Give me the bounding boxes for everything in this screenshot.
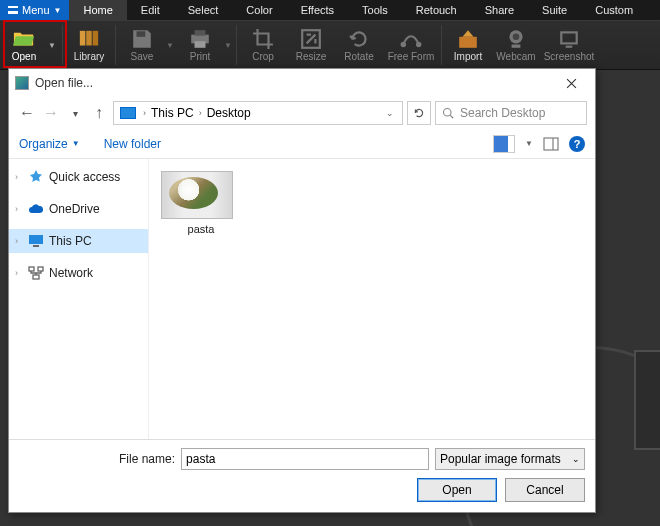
breadcrumb-dropdown-icon[interactable]: ⌄ [380,108,400,118]
print-dropdown-icon[interactable]: ▼ [224,41,234,50]
freeform-icon [400,29,422,49]
sidebar-item-network[interactable]: › Network [9,261,148,285]
view-mode-button[interactable] [493,135,515,153]
ribbon-import-label: Import [454,51,482,62]
folder-open-icon [13,29,35,49]
chevron-down-icon: ▼ [54,6,62,15]
sidebar-item-label: This PC [49,234,92,248]
search-icon [442,107,454,119]
tab-suite[interactable]: Suite [528,0,581,20]
forward-button[interactable]: → [41,103,61,123]
svg-rect-16 [544,138,558,150]
tab-home[interactable]: Home [69,0,126,20]
refresh-button[interactable] [407,101,431,125]
ribbon-freeform[interactable]: Free Form [383,21,439,69]
ribbon-freeform-label: Free Form [388,51,435,62]
breadcrumb[interactable]: › This PC › Desktop ⌄ [113,101,403,125]
svg-rect-0 [80,31,85,46]
sidebar-item-quick-access[interactable]: › Quick access [9,165,148,189]
print-icon [189,29,211,49]
svg-point-12 [513,33,520,40]
import-icon [457,29,479,49]
ribbon-webcam[interactable]: Webcam [492,21,540,69]
dialog-nav-row: ← → ▾ ↑ › This PC › Desktop ⌄ Search Des… [9,97,595,129]
chevron-right-icon: › [140,108,149,118]
svg-rect-17 [29,235,43,244]
cancel-button[interactable]: Cancel [505,478,585,502]
tab-share[interactable]: Share [471,0,528,20]
ribbon-rotate[interactable]: Rotate [335,21,383,69]
filetype-label: Popular image formats [440,452,561,466]
recent-dropdown[interactable]: ▾ [65,103,85,123]
filetype-select[interactable]: Popular image formats ⌄ [435,448,585,470]
tab-select[interactable]: Select [174,0,233,20]
tab-edit[interactable]: Edit [127,0,174,20]
screenshot-icon [558,29,580,49]
svg-rect-10 [459,36,477,47]
save-dropdown-icon[interactable]: ▼ [166,41,176,50]
tab-retouch[interactable]: Retouch [402,0,471,20]
dialog-sidebar: › Quick access › OneDrive › This PC › Ne… [9,159,149,439]
ribbon-rotate-label: Rotate [344,51,373,62]
open-dropdown-icon[interactable]: ▼ [48,41,60,50]
expand-icon: › [15,268,23,278]
expand-icon: › [15,204,23,214]
ribbon-resize-label: Resize [296,51,327,62]
dialog-titlebar: Open file... [9,69,595,97]
filename-input[interactable] [181,448,429,470]
tab-effects[interactable]: Effects [287,0,348,20]
breadcrumb-root[interactable]: This PC [149,106,196,120]
chevron-right-icon: › [196,108,205,118]
network-icon [28,266,44,280]
dialog-title: Open file... [35,76,93,90]
ribbon-screenshot[interactable]: Screenshot [540,21,598,69]
ribbon-import[interactable]: Import [444,21,492,69]
svg-point-8 [402,42,405,45]
organize-button[interactable]: Organize ▼ [19,137,80,151]
svg-rect-18 [33,245,39,247]
webcam-icon [505,29,527,49]
ribbon-crop[interactable]: Crop [239,21,287,69]
file-thumbnail [161,171,233,219]
dialog-footer: File name: Popular image formats ⌄ Open … [9,439,595,512]
dialog-body: › Quick access › OneDrive › This PC › Ne… [9,159,595,439]
dialog-toolbar: Organize ▼ New folder ▼ ? [9,129,595,159]
ribbon-resize[interactable]: Resize [287,21,335,69]
new-folder-button[interactable]: New folder [104,137,161,151]
svg-rect-20 [38,267,43,271]
pc-icon [28,234,44,248]
preview-pane-icon[interactable] [543,137,559,151]
ribbon-print[interactable]: Print [176,21,224,69]
sidebar-item-onedrive[interactable]: › OneDrive [9,197,148,221]
search-input[interactable]: Search Desktop [435,101,587,125]
ribbon-save[interactable]: Save [118,21,166,69]
sidebar-item-label: OneDrive [49,202,100,216]
tab-tools[interactable]: Tools [348,0,402,20]
close-button[interactable] [553,71,589,95]
chevron-down-icon: ▼ [72,139,80,148]
menu-button[interactable]: Menu ▼ [0,0,69,20]
tab-color[interactable]: Color [232,0,286,20]
breadcrumb-folder[interactable]: Desktop [205,106,253,120]
up-button[interactable]: ↑ [89,103,109,123]
expand-icon: › [15,236,23,246]
file-list-pane[interactable]: pasta [149,159,595,439]
sidebar-item-this-pc[interactable]: › This PC [9,229,148,253]
svg-rect-19 [29,267,34,271]
open-button[interactable]: Open [417,478,497,502]
menu-label: Menu [22,4,50,16]
view-dropdown-icon[interactable]: ▼ [525,139,533,148]
file-item-pasta[interactable]: pasta [161,171,241,235]
search-placeholder: Search Desktop [460,106,545,120]
ribbon-open[interactable]: Open [0,21,48,69]
svg-point-15 [444,109,452,117]
ribbon-toolbar: Open ▼ Library Save ▼ Print ▼ Crop Resiz… [0,20,660,70]
star-icon [28,170,44,184]
help-button[interactable]: ? [569,136,585,152]
expand-icon: › [15,172,23,182]
ribbon-library[interactable]: Library [65,21,113,69]
tab-custom[interactable]: Custom [581,0,647,20]
library-icon [78,29,100,49]
pc-icon [120,107,136,119]
back-button[interactable]: ← [17,103,37,123]
